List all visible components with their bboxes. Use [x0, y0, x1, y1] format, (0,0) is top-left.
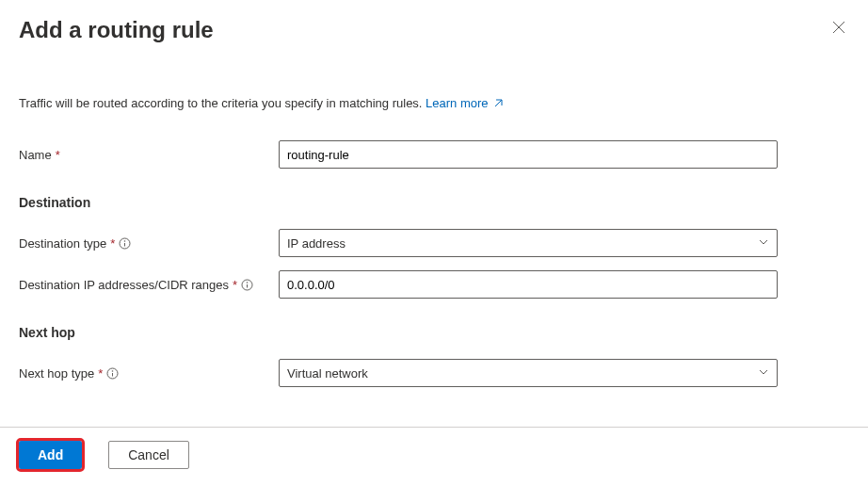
nexthop-section-header: Next hop — [19, 325, 849, 340]
learn-more-link-label: Learn more — [426, 96, 488, 110]
chevron-down-icon — [758, 366, 769, 381]
name-label: Name — [19, 148, 52, 162]
close-icon[interactable] — [828, 17, 849, 40]
required-asterisk: * — [110, 236, 115, 251]
nexthop-type-label: Next hop type — [19, 366, 94, 381]
info-icon[interactable] — [241, 279, 253, 291]
destination-type-select[interactable]: IP address — [279, 229, 778, 257]
required-asterisk: * — [233, 278, 237, 292]
required-asterisk: * — [56, 148, 60, 162]
footer-actions: Add Cancel — [0, 427, 868, 486]
page-title: Add a routing rule — [19, 17, 214, 43]
destination-type-value: IP address — [287, 236, 346, 251]
intro-text: Traffic will be routed according to the … — [19, 96, 849, 110]
destination-type-label: Destination type — [19, 236, 106, 251]
destination-cidr-input[interactable] — [279, 270, 778, 299]
cancel-button[interactable]: Cancel — [108, 441, 189, 469]
svg-point-3 — [247, 282, 249, 284]
required-asterisk: * — [98, 366, 103, 381]
nexthop-type-value: Virtual network — [287, 366, 368, 381]
destination-cidr-label: Destination IP addresses/CIDR ranges — [19, 278, 229, 292]
info-icon[interactable] — [119, 237, 131, 250]
learn-more-link[interactable]: Learn more — [426, 96, 505, 110]
info-icon[interactable] — [106, 367, 119, 380]
svg-point-5 — [112, 370, 114, 372]
intro-text-content: Traffic will be routed according to the … — [19, 96, 426, 110]
add-button[interactable]: Add — [19, 441, 82, 469]
name-input[interactable] — [279, 140, 778, 169]
chevron-down-icon — [758, 236, 769, 251]
nexthop-type-select[interactable]: Virtual network — [279, 359, 778, 387]
destination-section-header: Destination — [19, 195, 849, 210]
svg-point-1 — [124, 240, 126, 242]
